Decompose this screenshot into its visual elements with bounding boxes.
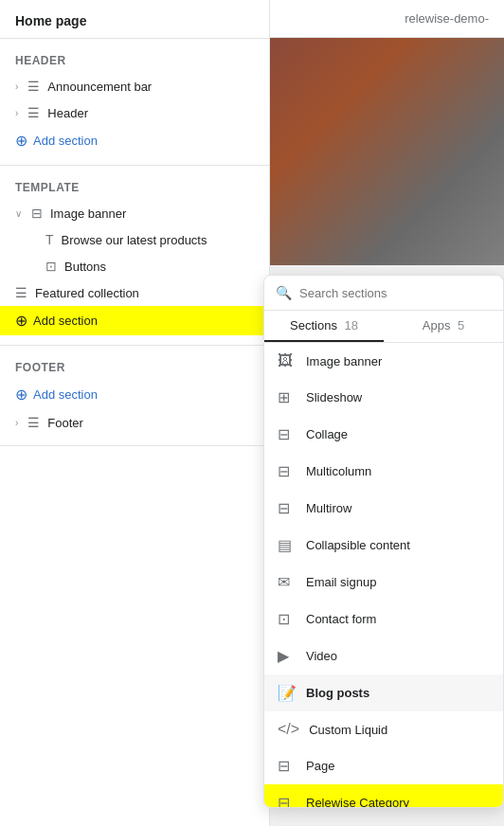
code-icon: </> bbox=[278, 721, 299, 738]
section-item-label: Relewise Category bbox=[306, 796, 409, 807]
plus-icon: ⊕ bbox=[15, 132, 27, 150]
tabs-row: Sections 18 Apps 5 bbox=[264, 311, 503, 343]
search-box: 🔍 bbox=[264, 276, 503, 311]
sidebar-item-label: Footer bbox=[47, 416, 254, 430]
section-item-video[interactable]: ▶ Video bbox=[264, 637, 503, 674]
section-icon: ⊟ bbox=[31, 206, 43, 221]
section-item-label: Email signup bbox=[306, 575, 376, 589]
blog-icon: 📝 bbox=[278, 684, 297, 702]
sidebar-item-buttons[interactable]: ⊡ Buttons bbox=[0, 253, 269, 279]
sidebar-item-label: Image banner bbox=[50, 206, 254, 221]
section-item-contact-form[interactable]: ⊡ Contact form bbox=[264, 601, 503, 637]
form-icon: ⊡ bbox=[278, 610, 297, 628]
sidebar-item-label: Header bbox=[47, 106, 254, 120]
section-icon: ☰ bbox=[27, 415, 40, 430]
sidebar-item-label: Browse our latest products bbox=[62, 233, 254, 247]
sidebar-item-label: Buttons bbox=[64, 260, 254, 274]
sidebar-item-image-banner[interactable]: ∨ ⊟ Image banner bbox=[0, 200, 269, 226]
text-icon: T bbox=[45, 232, 54, 247]
header-add-section-button[interactable]: ⊕ Add section bbox=[0, 126, 269, 155]
template-add-section-button[interactable]: ⊕ Add section bbox=[0, 306, 269, 335]
plus-circle-icon: ⊕ bbox=[15, 386, 27, 404]
section-item-label: Multirow bbox=[306, 501, 351, 515]
search-icon: 🔍 bbox=[276, 285, 292, 300]
plus-circle-icon: ⊕ bbox=[15, 312, 27, 330]
section-item-email-signup[interactable]: ✉ Email signup bbox=[264, 564, 503, 601]
email-icon: ✉ bbox=[278, 573, 297, 591]
section-item-label: Collage bbox=[306, 427, 348, 441]
section-item-label: Page bbox=[306, 759, 334, 773]
sidebar-item-label: Announcement bar bbox=[47, 80, 254, 94]
section-item-collage[interactable]: ⊟ Collage bbox=[264, 416, 503, 453]
add-section-label: Add section bbox=[33, 314, 98, 328]
footer-group: Footer ⊕ Add section › ☰ Footer bbox=[0, 346, 269, 446]
preview-site-name: relewise-demo- bbox=[270, 0, 504, 38]
section-item-label: Multicolumn bbox=[306, 464, 371, 478]
section-item-collapsible-content[interactable]: ▤ Collapsible content bbox=[264, 527, 503, 564]
section-item-label: Custom Liquid bbox=[309, 723, 387, 737]
chevron-right-icon: › bbox=[15, 418, 18, 428]
tab-apps-label: Apps bbox=[423, 318, 451, 332]
section-item-custom-liquid[interactable]: </> Custom Liquid bbox=[264, 711, 503, 747]
add-section-label: Add section bbox=[33, 387, 98, 402]
section-item-label: Video bbox=[306, 649, 337, 663]
image-banner-icon: 🖼 bbox=[278, 352, 297, 369]
tab-sections[interactable]: Sections 18 bbox=[264, 311, 384, 342]
section-icon: ☰ bbox=[27, 105, 40, 120]
tab-sections-count: 18 bbox=[345, 318, 358, 332]
sidebar-item-browse-latest[interactable]: T Browse our latest products bbox=[0, 226, 269, 253]
section-item-blog-posts[interactable]: 📝 Blog posts bbox=[264, 674, 503, 711]
sidebar-item-featured-collection[interactable]: ☰ Featured collection bbox=[0, 279, 269, 306]
section-icon: ☰ bbox=[27, 79, 40, 94]
template-group-label: Template bbox=[0, 175, 269, 200]
left-panel: Home page Header › ☰ Announcement bar › … bbox=[0, 0, 270, 826]
section-item-relewise-category[interactable]: ⊟ Relewise Category bbox=[264, 784, 503, 807]
slideshow-icon: ⊞ bbox=[278, 388, 297, 406]
search-input[interactable] bbox=[299, 286, 492, 300]
section-item-multirow[interactable]: ⊟ Multirow bbox=[264, 490, 503, 527]
sidebar-item-label: Featured collection bbox=[35, 286, 254, 300]
tab-apps-count: 5 bbox=[458, 318, 464, 332]
section-item-page[interactable]: ⊟ Page bbox=[264, 747, 503, 784]
section-item-label: Collapsible content bbox=[306, 538, 410, 552]
footer-add-section-button[interactable]: ⊕ Add section bbox=[0, 380, 269, 409]
multirow-icon: ⊟ bbox=[278, 499, 297, 517]
section-item-multicolumn[interactable]: ⊟ Multicolumn bbox=[264, 453, 503, 490]
template-group: Template ∨ ⊟ Image banner T Browse our l… bbox=[0, 166, 269, 346]
sidebar-item-announcement-bar[interactable]: › ☰ Announcement bar bbox=[0, 73, 269, 99]
section-item-label: Slideshow bbox=[306, 390, 362, 404]
section-item-label: Image banner bbox=[306, 354, 382, 368]
button-icon: ⊡ bbox=[45, 259, 57, 274]
sidebar-item-footer[interactable]: › ☰ Footer bbox=[0, 409, 269, 436]
category-icon: ⊟ bbox=[278, 794, 297, 807]
sidebar-item-header[interactable]: › ☰ Header bbox=[0, 99, 269, 126]
collage-icon: ⊟ bbox=[278, 425, 297, 443]
video-icon: ▶ bbox=[278, 647, 297, 665]
section-item-label: Blog posts bbox=[306, 686, 369, 700]
add-section-label: Add section bbox=[33, 134, 98, 148]
chevron-down-icon: ∨ bbox=[15, 208, 22, 219]
tab-sections-label: Sections bbox=[290, 318, 337, 332]
add-section-dropdown: 🔍 Sections 18 Apps 5 🖼 Image banner ⊞ Sl… bbox=[263, 275, 504, 808]
footer-group-label: Footer bbox=[0, 355, 269, 380]
section-list: 🖼 Image banner ⊞ Slideshow ⊟ Collage ⊟ M… bbox=[264, 343, 503, 807]
chevron-right-icon: › bbox=[15, 108, 18, 118]
preview-image bbox=[270, 38, 504, 265]
section-icon: ☰ bbox=[15, 285, 27, 300]
chevron-right-icon: › bbox=[15, 81, 18, 92]
collapsible-icon: ▤ bbox=[278, 536, 297, 554]
section-item-label: Contact form bbox=[306, 612, 376, 626]
header-group: Header › ☰ Announcement bar › ☰ Header ⊕… bbox=[0, 39, 269, 166]
section-item-image-banner[interactable]: 🖼 Image banner bbox=[264, 343, 503, 379]
section-item-slideshow[interactable]: ⊞ Slideshow bbox=[264, 379, 503, 416]
header-group-label: Header bbox=[0, 48, 269, 73]
page-icon: ⊟ bbox=[278, 757, 297, 775]
page-title: Home page bbox=[0, 0, 269, 39]
multicolumn-icon: ⊟ bbox=[278, 462, 297, 480]
tab-apps[interactable]: Apps 5 bbox=[384, 311, 503, 342]
